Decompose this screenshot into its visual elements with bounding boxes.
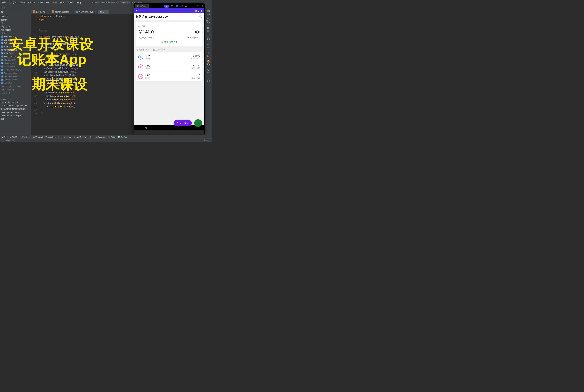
close-icon[interactable]: ×	[71, 11, 72, 13]
emu-side-button[interactable]: ✂截图	[207, 43, 210, 49]
emu-side-button[interactable]: ⚙设置	[207, 68, 210, 74]
tool-icon: ▶	[2, 136, 3, 138]
maximize-icon[interactable]: □	[194, 4, 195, 8]
tree-item[interactable]: CSearchActivity	[0, 75, 31, 78]
transaction-item[interactable]: 购物 买衣服 ￥ 129.0 今天 20:09	[136, 62, 203, 72]
tx-time: 今天 20:10	[191, 57, 200, 60]
tree-item[interactable]: CMonthChartActivity	[0, 68, 31, 72]
tree-item[interactable]: dapter	[0, 18, 31, 22]
emu-side-button[interactable]: ⎘多开	[207, 52, 210, 57]
menu-refactor[interactable]: Refactor	[28, 1, 35, 4]
emu-side-button[interactable]: 🔊-减量	[206, 26, 210, 32]
tool-build[interactable]: 🔨Build	[108, 136, 115, 138]
tree-item[interactable]: CHistoryActivity	[0, 62, 31, 65]
tree-item[interactable]: CRecordActivity	[0, 72, 31, 75]
mail-icon[interactable]: ✉•	[181, 4, 183, 8]
file-tab[interactable]: CM×	[98, 10, 109, 14]
tree-item[interactable]: rag_chart	[0, 25, 31, 28]
emu-side-button[interactable]: 🔊+加量	[206, 18, 211, 24]
tree-item[interactable]: CMainActivity	[0, 65, 31, 68]
emulator-window: ▣ 简约... × ⋮ ⚡ 🎮 👤 ✉• ⛶ — □ ✕ 《 8:17 📶 ◢ …	[134, 4, 205, 135]
tree-item[interactable]: CBudgetDialog	[0, 38, 31, 42]
minimize-icon[interactable]: —	[189, 4, 191, 8]
month-in-label: 本月收入	[138, 36, 146, 39]
tree-item[interactable]: CSelectTimeDialog	[0, 55, 31, 58]
close-icon[interactable]: ×	[47, 11, 48, 13]
tree-item[interactable]: c_launcher_background.xml	[0, 104, 31, 107]
file-tab[interactable]: strings.xml×	[31, 10, 50, 14]
menu-tools[interactable]: Tools	[52, 1, 57, 4]
nav-back-icon[interactable]: ◁	[145, 126, 147, 129]
bolt-icon[interactable]: ⚡	[164, 4, 169, 8]
gamepad-icon[interactable]: 🎮	[171, 4, 174, 8]
tool-terminal[interactable]: ▣Terminal	[33, 136, 43, 138]
tool-app-quality-insights[interactable]: ✦App Quality Insights	[74, 136, 93, 138]
tool-icon: ⊘	[20, 136, 22, 138]
tree-item[interactable]: CCalendarDialog	[0, 42, 31, 45]
month-out-label: 本月支出	[138, 25, 200, 28]
tree-item[interactable]: CKeyBoardUtils	[0, 48, 31, 52]
close-emu-icon[interactable]: ✕	[197, 4, 199, 8]
eye-icon[interactable]	[195, 30, 200, 34]
fab-menu-button[interactable]	[194, 119, 202, 125]
tree-item[interactable]: CMoreDialog	[0, 52, 31, 55]
transaction-item[interactable]: 奖金 奖学金 ￥ 500.0 今天 20:10	[136, 52, 203, 62]
tree-item[interactable]: wable	[0, 97, 31, 100]
user-icon[interactable]: 👤	[176, 4, 178, 8]
emulator-tab[interactable]: ▣ 简约... ×	[135, 4, 149, 8]
tree-item[interactable]: .hui.tally (test)	[0, 88, 31, 92]
collapse-icon[interactable]: 《	[201, 4, 203, 8]
emu-side-button[interactable]: ⌨按键	[206, 10, 210, 15]
expand-icon[interactable]: ⛶	[185, 4, 187, 8]
svg-point-8	[140, 66, 142, 68]
tree-item[interactable]: enerated)	[0, 92, 31, 95]
tool-profiler[interactable]: 📊Profiler	[118, 136, 127, 138]
nav-home-icon[interactable]: ○	[168, 126, 170, 129]
tree-item[interactable]: out	[0, 117, 31, 120]
emu-side-button[interactable]: ⋯更多	[207, 77, 210, 82]
close-icon[interactable]: ×	[95, 11, 96, 13]
menu-run[interactable]: Run	[46, 1, 50, 4]
close-icon[interactable]: ×	[146, 5, 147, 7]
menu-code[interactable]: Code	[20, 1, 25, 4]
fab-record-button[interactable]: ✎ 记一笔...	[174, 120, 192, 125]
menu-vcs[interactable]: VCS	[60, 1, 64, 4]
file-tab[interactable]: CMainActivity.java×	[74, 10, 98, 14]
menu-window[interactable]: Window	[67, 1, 74, 4]
tree-item[interactable]: CAboutActivity	[0, 58, 31, 62]
tree-item[interactable]: dialog_btn_bg.xml	[0, 100, 31, 104]
breadcrumb-item[interactable]: com	[2, 6, 14, 8]
tree-item[interactable]: utils	[0, 32, 31, 35]
transaction-item[interactable]: 购物 吃饭 ￥ 12.0 今天 19:26	[136, 72, 203, 81]
tool-todo[interactable]: ≡TODO	[10, 136, 18, 138]
chart-link-label: 查看图表分析	[164, 41, 178, 44]
emu-side-button[interactable]: 📦安装	[207, 60, 210, 66]
breadcrumb-item[interactable]: java	[2, 1, 14, 4]
file-tab[interactable]: activity_main.xml×	[50, 10, 74, 14]
tool-problems[interactable]: ⊘Problems	[20, 136, 31, 138]
tree-item[interactable]: main_morebtn_bg.xml	[0, 110, 31, 114]
emu-side-button[interactable]: ⛶全屏	[207, 35, 210, 40]
tool-logcat[interactable]: ≡Logcat	[64, 136, 71, 138]
close-icon[interactable]: ×	[106, 11, 107, 13]
class-icon: C	[1, 82, 3, 84]
tree-item[interactable]: CSettingActivity	[0, 78, 31, 82]
tree-item[interactable]: CBeiZhuDialog	[0, 35, 31, 38]
tree-item[interactable]: CUniteApp	[0, 82, 31, 85]
chart-analysis-link[interactable]: 📈 查看图表分析	[138, 39, 200, 44]
tool-services[interactable]: ⚙Services	[96, 136, 105, 138]
tree-item[interactable]: db	[0, 22, 31, 25]
tree-item[interactable]: main_recordbtn_bg.xml	[0, 114, 31, 117]
tree-item[interactable]: rag_record	[0, 28, 31, 32]
search-icon[interactable]: 🔍	[198, 15, 202, 18]
menu-help[interactable]: Help	[77, 1, 82, 4]
tool-run[interactable]: ▶Run	[2, 136, 8, 138]
tool-app-inspection[interactable]: 🔍App Inspection	[45, 136, 61, 138]
menu-build[interactable]: Build	[38, 1, 43, 4]
class-icon: C	[1, 49, 3, 51]
more-icon[interactable]: ⋮	[150, 4, 153, 8]
tree-item[interactable]: c_launcher_foreground.xml	[0, 107, 31, 110]
tree-item[interactable]: .hui.tally (androidTest)	[0, 85, 31, 88]
tree-item[interactable]: CFloatUtils	[0, 45, 31, 48]
tree-item[interactable]: .hui.tally	[0, 15, 31, 18]
